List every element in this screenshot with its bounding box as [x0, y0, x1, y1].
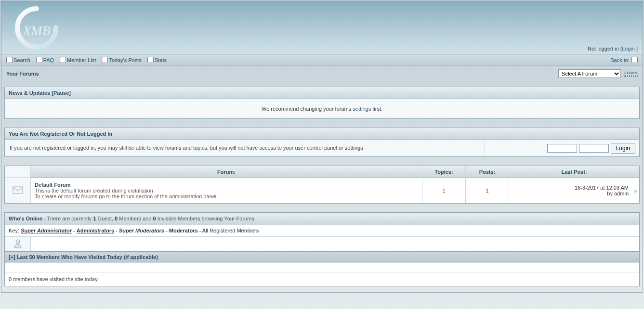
- topics-count: 1: [422, 178, 466, 203]
- lastpost-by: by admin: [607, 191, 629, 196]
- last50-header[interactable]: [+] Last 50 Members Who Have Visited Tod…: [5, 251, 639, 262]
- col-topics: Topics:: [422, 166, 466, 178]
- key-super-admin: Super Administrator: [21, 228, 72, 233]
- login-form: Login: [485, 140, 639, 156]
- sub-row: Your Forums Select A Forum down: [1, 65, 643, 82]
- logo[interactable]: XMB: [10, 6, 63, 50]
- stats-checkbox[interactable]: [147, 57, 154, 63]
- key-row: Key: Super Administrator - Administrator…: [5, 224, 639, 236]
- col-icon: [5, 166, 31, 178]
- forum-desc1: This is the default forum created during…: [35, 188, 153, 193]
- toolbar: Search FAQ Member List Today's Posts Sta…: [1, 54, 643, 65]
- col-lastpost: Last Post:: [509, 166, 639, 178]
- table-row: Default Forum This is the default forum …: [5, 178, 639, 203]
- news-title: News & Updates: [9, 90, 50, 96]
- login-msg: If you are not registered or logged in, …: [5, 140, 485, 156]
- key-all: All Registered Members: [202, 228, 259, 233]
- forum-desc2: To create or modify forums go to the for…: [35, 193, 216, 199]
- col-posts: Posts:: [466, 166, 509, 178]
- whos-title: Who's Online: [9, 216, 42, 221]
- news-body: We recommend changing your forums settin…: [5, 99, 639, 118]
- empty-row: [5, 262, 639, 272]
- forum-name-link[interactable]: Default Forum: [35, 182, 71, 188]
- whos-subtext: - There are currently 1 Guest, 0 Members…: [44, 216, 254, 221]
- page-title: Your Forums: [6, 71, 39, 77]
- whos-online-panel: Who's Online - There are currently 1 Gue…: [4, 212, 640, 286]
- tool-search[interactable]: Search: [6, 57, 30, 63]
- key-super-mods: Super Moderators: [119, 228, 164, 233]
- posts-count: 1: [466, 178, 509, 203]
- back-to-label: Back to:: [610, 57, 630, 63]
- username-input[interactable]: [547, 144, 577, 153]
- memberlist-checkbox[interactable]: [60, 57, 66, 63]
- forum-select[interactable]: Select A Forum: [558, 69, 621, 78]
- news-panel: News & Updates [Pause] We recommend chan…: [4, 87, 640, 119]
- svg-point-2: [16, 240, 20, 244]
- password-input[interactable]: [579, 144, 609, 153]
- faq-checkbox[interactable]: [36, 57, 42, 63]
- online-list: [31, 237, 639, 251]
- login-panel: You Are Not Registered Or Not Logged In …: [4, 128, 640, 157]
- login-link[interactable]: Login: [622, 46, 635, 52]
- goto-lastpost-icon[interactable]: »: [634, 187, 637, 194]
- login-button[interactable]: Login: [611, 143, 635, 154]
- tool-memberlist[interactable]: Member List: [60, 57, 96, 63]
- login-status: Not logged in [Login ]: [588, 46, 638, 52]
- tool-faq[interactable]: FAQ: [36, 57, 54, 63]
- search-checkbox[interactable]: [6, 57, 13, 63]
- lastpost-date: 16-3-2017 at 12:03 AM: [575, 185, 629, 191]
- svg-rect-1: [13, 187, 23, 193]
- mail-icon: [13, 186, 23, 194]
- login-panel-title: You Are Not Registered Or Not Logged In: [5, 128, 639, 140]
- back-to-checkbox[interactable]: [631, 57, 638, 63]
- forum-table: Forum: Topics: Posts: Last Post: Default…: [4, 166, 640, 204]
- key-admins: Administrators: [77, 228, 114, 233]
- col-forum: Forum:: [31, 166, 422, 178]
- banner: XMB Not logged in [Login ]: [1, 1, 643, 54]
- settings-link[interactable]: settings: [353, 106, 371, 112]
- key-mods: Moderators: [169, 228, 198, 233]
- tool-todays-posts[interactable]: Today's Posts: [102, 57, 142, 63]
- news-pause[interactable]: [Pause]: [52, 90, 71, 96]
- todays-posts-checkbox[interactable]: [102, 57, 108, 63]
- tool-stats[interactable]: Stats: [147, 57, 167, 63]
- down-link[interactable]: down: [624, 71, 638, 77]
- user-icon: [13, 239, 22, 248]
- svg-text:XMB: XMB: [22, 23, 51, 38]
- last50-msg: 0 members have visited the site today: [5, 272, 639, 286]
